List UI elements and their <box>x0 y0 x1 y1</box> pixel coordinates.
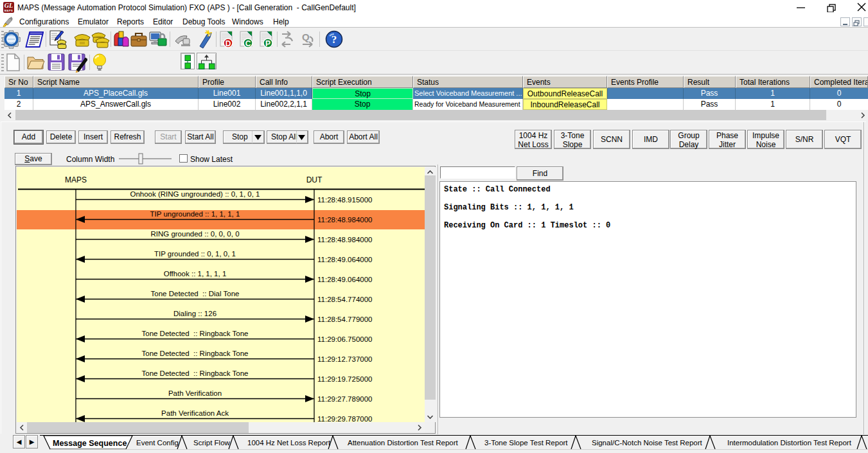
svg-text:?: ? <box>332 33 337 46</box>
svg-text:C: C <box>245 39 251 48</box>
svg-text:D: D <box>226 39 231 48</box>
svg-text:P: P <box>265 39 270 48</box>
svg-text:Q: Q <box>302 31 310 42</box>
